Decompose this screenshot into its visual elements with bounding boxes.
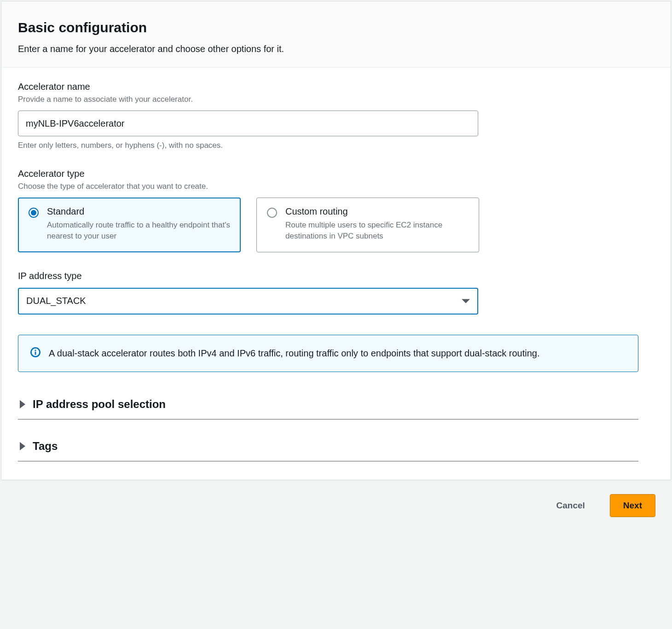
radio-icon	[267, 208, 277, 218]
radio-icon	[29, 208, 39, 218]
page-subtitle: Enter a name for your accelerator and ch…	[18, 44, 654, 54]
accelerator-name-label: Accelerator name	[18, 82, 654, 92]
basic-config-panel: Basic configuration Enter a name for you…	[1, 1, 671, 480]
accelerator-type-options: Standard Automatically route traffic to …	[18, 198, 654, 252]
accelerator-name-input[interactable]	[18, 111, 478, 136]
chevron-down-icon	[462, 299, 470, 303]
ip-address-type-select[interactable]: DUAL_STACK	[18, 288, 478, 314]
next-button[interactable]: Next	[610, 494, 655, 517]
page-title: Basic configuration	[18, 20, 654, 35]
radio-title: Custom routing	[285, 206, 469, 217]
accelerator-type-standard[interactable]: Standard Automatically route traffic to …	[18, 198, 241, 252]
panel-header: Basic configuration Enter a name for you…	[1, 1, 671, 68]
ip-address-pool-expander[interactable]: IP address pool selection	[18, 390, 638, 419]
info-text: A dual-stack accelerator routes both IPv…	[49, 346, 540, 361]
accelerator-type-label: Accelerator type	[18, 169, 654, 179]
svg-rect-1	[35, 351, 36, 355]
ip-address-type-value: DUAL_STACK	[26, 296, 86, 306]
panel-body: Accelerator name Provide a name to assoc…	[1, 68, 671, 480]
accelerator-type-group: Accelerator type Choose the type of acce…	[18, 169, 654, 252]
ip-address-type-label: IP address type	[18, 271, 654, 281]
radio-desc: Route multiple users to specific EC2 ins…	[285, 220, 469, 242]
wizard-footer: Cancel Next	[0, 480, 672, 531]
svg-rect-2	[35, 349, 36, 351]
accelerator-name-hint: Provide a name to associate with your ac…	[18, 95, 654, 104]
tags-expander[interactable]: Tags	[18, 432, 638, 461]
accelerator-name-group: Accelerator name Provide a name to assoc…	[18, 82, 654, 150]
expander-label: Tags	[33, 440, 58, 453]
dual-stack-info-box: A dual-stack accelerator routes both IPv…	[18, 335, 638, 372]
accelerator-type-custom-routing[interactable]: Custom routing Route multiple users to s…	[256, 198, 479, 252]
radio-title: Standard	[47, 206, 230, 217]
expander-label: IP address pool selection	[33, 398, 166, 411]
caret-right-icon	[20, 442, 25, 450]
accelerator-type-hint: Choose the type of accelerator that you …	[18, 182, 654, 191]
accelerator-name-subhint: Enter only letters, numbers, or hyphens …	[18, 141, 654, 150]
info-icon	[30, 347, 41, 361]
caret-right-icon	[20, 400, 25, 408]
cancel-button[interactable]: Cancel	[544, 494, 598, 517]
ip-address-type-group: IP address type DUAL_STACK	[18, 271, 654, 314]
radio-desc: Automatically route traffic to a healthy…	[47, 220, 230, 242]
